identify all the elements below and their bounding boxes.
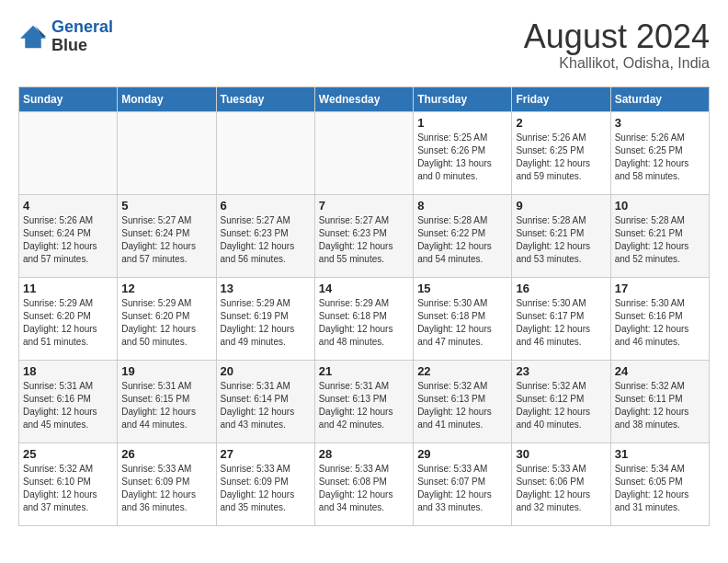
calendar-week-row: 4Sunrise: 5:26 AMSunset: 6:24 PMDaylight…: [19, 194, 710, 277]
calendar-week-row: 18Sunrise: 5:31 AMSunset: 6:16 PMDayligh…: [19, 360, 710, 442]
day-number: 26: [121, 447, 211, 461]
weekday-header: Wednesday: [314, 86, 413, 111]
day-number: 15: [417, 282, 507, 295]
day-detail: Sunrise: 5:25 AMSunset: 6:26 PMDaylight:…: [417, 132, 507, 183]
day-number: 25: [23, 447, 113, 461]
day-number: 21: [319, 364, 409, 378]
calendar-cell: 20Sunrise: 5:31 AMSunset: 6:14 PMDayligh…: [216, 360, 314, 442]
calendar-cell: 21Sunrise: 5:31 AMSunset: 6:13 PMDayligh…: [314, 360, 413, 442]
weekday-header: Tuesday: [216, 86, 314, 111]
day-detail: Sunrise: 5:33 AMSunset: 6:09 PMDaylight:…: [121, 463, 211, 514]
day-detail: Sunrise: 5:30 AMSunset: 6:18 PMDaylight:…: [417, 297, 507, 349]
weekday-header: Monday: [118, 86, 216, 111]
day-detail: Sunrise: 5:30 AMSunset: 6:17 PMDaylight:…: [516, 297, 606, 349]
day-number: 10: [615, 199, 705, 213]
calendar-cell: 7Sunrise: 5:27 AMSunset: 6:23 PMDaylight…: [314, 194, 413, 277]
logo-line1: General: [51, 17, 113, 36]
calendar-week-row: 25Sunrise: 5:32 AMSunset: 6:10 PMDayligh…: [19, 442, 710, 525]
day-number: 20: [221, 364, 311, 378]
calendar-cell: 26Sunrise: 5:33 AMSunset: 6:09 PMDayligh…: [118, 442, 216, 525]
day-number: 23: [516, 364, 606, 378]
calendar-cell: 25Sunrise: 5:32 AMSunset: 6:10 PMDayligh…: [19, 442, 118, 525]
day-number: 11: [23, 282, 113, 295]
calendar-cell: 16Sunrise: 5:30 AMSunset: 6:17 PMDayligh…: [512, 277, 610, 360]
day-number: 4: [23, 199, 113, 213]
day-number: 7: [319, 199, 409, 213]
day-number: 8: [417, 199, 507, 213]
day-detail: Sunrise: 5:26 AMSunset: 6:25 PMDaylight:…: [615, 132, 705, 183]
calendar-cell: 24Sunrise: 5:32 AMSunset: 6:11 PMDayligh…: [610, 360, 709, 442]
day-detail: Sunrise: 5:31 AMSunset: 6:14 PMDaylight:…: [221, 380, 311, 431]
calendar-cell: 31Sunrise: 5:34 AMSunset: 6:05 PMDayligh…: [610, 442, 709, 525]
day-detail: Sunrise: 5:31 AMSunset: 6:15 PMDaylight:…: [121, 380, 211, 431]
day-number: 3: [615, 116, 705, 130]
day-number: 19: [121, 364, 211, 378]
calendar-week-row: 11Sunrise: 5:29 AMSunset: 6:20 PMDayligh…: [19, 277, 710, 360]
calendar-cell: 9Sunrise: 5:28 AMSunset: 6:21 PMDaylight…: [512, 194, 610, 277]
weekday-header: Thursday: [414, 86, 512, 111]
day-detail: Sunrise: 5:32 AMSunset: 6:13 PMDaylight:…: [417, 380, 507, 431]
day-number: 16: [516, 282, 606, 295]
day-detail: Sunrise: 5:26 AMSunset: 6:24 PMDaylight:…: [23, 214, 113, 266]
title-block: August 2024 Khallikot, Odisha, India: [524, 18, 710, 72]
day-detail: Sunrise: 5:31 AMSunset: 6:13 PMDaylight:…: [319, 380, 409, 431]
day-detail: Sunrise: 5:33 AMSunset: 6:06 PMDaylight:…: [516, 463, 606, 514]
logo-text: General Blue: [51, 18, 113, 55]
calendar-cell: 6Sunrise: 5:27 AMSunset: 6:23 PMDaylight…: [216, 194, 314, 277]
calendar-cell: 3Sunrise: 5:26 AMSunset: 6:25 PMDaylight…: [610, 111, 709, 194]
calendar-cell: 27Sunrise: 5:33 AMSunset: 6:09 PMDayligh…: [216, 442, 314, 525]
day-number: 13: [221, 282, 311, 295]
day-number: 1: [417, 116, 507, 130]
day-detail: Sunrise: 5:32 AMSunset: 6:12 PMDaylight:…: [516, 380, 606, 431]
calendar-table: SundayMondayTuesdayWednesdayThursdayFrid…: [18, 86, 710, 526]
day-detail: Sunrise: 5:27 AMSunset: 6:24 PMDaylight:…: [121, 214, 211, 266]
day-detail: Sunrise: 5:28 AMSunset: 6:21 PMDaylight:…: [615, 214, 705, 266]
day-number: 9: [516, 199, 606, 213]
calendar-cell: 12Sunrise: 5:29 AMSunset: 6:20 PMDayligh…: [118, 277, 216, 360]
day-detail: Sunrise: 5:33 AMSunset: 6:07 PMDaylight:…: [417, 463, 507, 514]
day-detail: Sunrise: 5:32 AMSunset: 6:11 PMDaylight:…: [615, 380, 705, 431]
day-number: 28: [319, 447, 409, 461]
calendar-cell: [118, 111, 216, 194]
day-detail: Sunrise: 5:34 AMSunset: 6:05 PMDaylight:…: [615, 463, 705, 514]
day-detail: Sunrise: 5:31 AMSunset: 6:16 PMDaylight:…: [23, 380, 113, 431]
calendar-cell: 8Sunrise: 5:28 AMSunset: 6:22 PMDaylight…: [414, 194, 512, 277]
calendar-cell: 29Sunrise: 5:33 AMSunset: 6:07 PMDayligh…: [414, 442, 512, 525]
day-detail: Sunrise: 5:28 AMSunset: 6:21 PMDaylight:…: [516, 214, 606, 266]
calendar-cell: 19Sunrise: 5:31 AMSunset: 6:15 PMDayligh…: [118, 360, 216, 442]
day-detail: Sunrise: 5:30 AMSunset: 6:16 PMDaylight:…: [615, 297, 705, 349]
calendar-cell: 13Sunrise: 5:29 AMSunset: 6:19 PMDayligh…: [216, 277, 314, 360]
calendar-cell: 5Sunrise: 5:27 AMSunset: 6:24 PMDaylight…: [118, 194, 216, 277]
day-number: 30: [516, 447, 606, 461]
day-detail: Sunrise: 5:29 AMSunset: 6:18 PMDaylight:…: [319, 297, 409, 349]
logo-line2: Blue: [51, 37, 113, 55]
calendar-cell: 14Sunrise: 5:29 AMSunset: 6:18 PMDayligh…: [314, 277, 413, 360]
calendar-cell: 30Sunrise: 5:33 AMSunset: 6:06 PMDayligh…: [512, 442, 610, 525]
calendar-cell: 4Sunrise: 5:26 AMSunset: 6:24 PMDaylight…: [19, 194, 118, 277]
day-detail: Sunrise: 5:33 AMSunset: 6:08 PMDaylight:…: [319, 463, 409, 514]
day-detail: Sunrise: 5:32 AMSunset: 6:10 PMDaylight:…: [23, 463, 113, 514]
calendar-cell: 10Sunrise: 5:28 AMSunset: 6:21 PMDayligh…: [610, 194, 709, 277]
day-number: 27: [221, 447, 311, 461]
weekday-header: Friday: [512, 86, 610, 111]
logo-icon: [18, 24, 48, 50]
calendar-cell: 1Sunrise: 5:25 AMSunset: 6:26 PMDaylight…: [414, 111, 512, 194]
day-detail: Sunrise: 5:28 AMSunset: 6:22 PMDaylight:…: [417, 214, 507, 266]
day-number: 5: [121, 199, 211, 213]
day-number: 6: [221, 199, 311, 213]
day-number: 18: [23, 364, 113, 378]
calendar-cell: [19, 111, 118, 194]
day-number: 31: [615, 447, 705, 461]
calendar-cell: 18Sunrise: 5:31 AMSunset: 6:16 PMDayligh…: [19, 360, 118, 442]
calendar-header-row: SundayMondayTuesdayWednesdayThursdayFrid…: [19, 86, 710, 111]
day-detail: Sunrise: 5:29 AMSunset: 6:20 PMDaylight:…: [23, 297, 113, 349]
calendar-week-row: 1Sunrise: 5:25 AMSunset: 6:26 PMDaylight…: [19, 111, 710, 194]
day-number: 14: [319, 282, 409, 295]
day-number: 2: [516, 116, 606, 130]
day-number: 24: [615, 364, 705, 378]
weekday-header: Sunday: [19, 86, 118, 111]
page-header: General Blue August 2024 Khallikot, Odis…: [18, 18, 710, 72]
day-number: 12: [121, 282, 211, 295]
calendar-cell: 15Sunrise: 5:30 AMSunset: 6:18 PMDayligh…: [414, 277, 512, 360]
day-detail: Sunrise: 5:29 AMSunset: 6:19 PMDaylight:…: [221, 297, 311, 349]
